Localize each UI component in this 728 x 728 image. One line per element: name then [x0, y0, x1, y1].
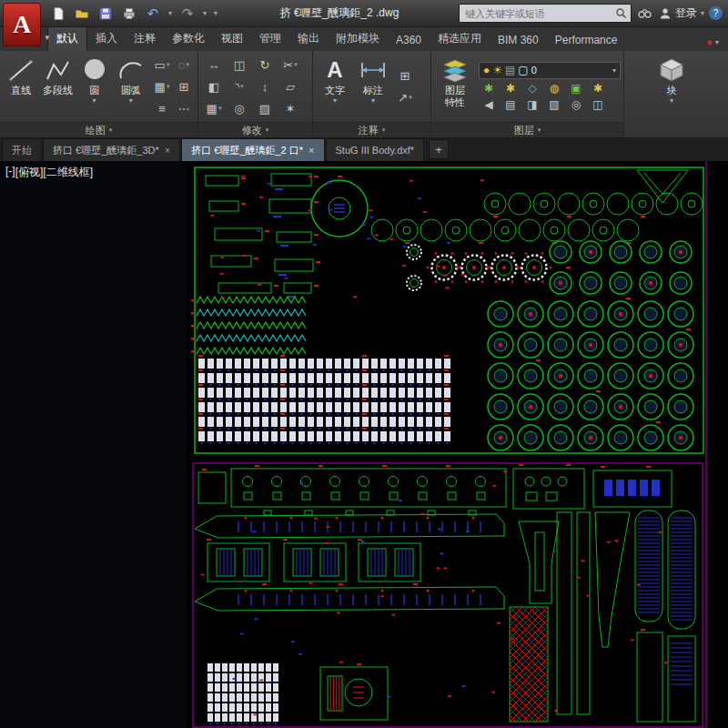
undo-button[interactable]: ↶ — [142, 4, 164, 24]
layers-panel-menu[interactable]: 图层 ▾ — [431, 122, 623, 137]
dimension-tool-button[interactable]: 标注 ▾ — [354, 53, 392, 120]
layer-prev-button[interactable]: ◎ — [568, 97, 584, 112]
trim-tool-button[interactable]: ✂▾ — [278, 54, 303, 76]
file-tab-drawing-2-active[interactable]: 挤口 €喱壁_醺璃鉅_2 口* × — [181, 138, 324, 161]
search-button[interactable] — [612, 5, 631, 22]
layer-copy-button[interactable]: ◫ — [590, 97, 606, 112]
search-input[interactable] — [460, 8, 612, 19]
redo-caret-icon[interactable]: ▾ — [200, 9, 209, 17]
rotate-tool-button[interactable]: ↻ — [252, 54, 278, 76]
layer-match-icon: ✱ — [593, 82, 602, 95]
table-tool-button[interactable]: ⊞ — [394, 65, 416, 86]
help-button[interactable]: ? — [709, 6, 723, 20]
line-tool-button[interactable]: 直线 — [3, 53, 39, 120]
cad-drawing[interactable] — [0, 161, 728, 728]
ribbon-tab-featured-apps[interactable]: 精选应用 — [430, 27, 490, 51]
app-menu-caret-icon: ▾ — [45, 33, 49, 42]
layer-unisolate-icon: ✱ — [506, 82, 515, 95]
scale-tool-button[interactable]: ▱ — [278, 76, 303, 97]
move-tool-button[interactable]: ↔ — [201, 54, 227, 76]
open-file-button[interactable] — [71, 4, 93, 24]
text-tool-button[interactable]: A 文字 ▾ — [316, 53, 354, 120]
layer-lock-button[interactable]: ▣ — [568, 81, 584, 96]
ribbon-tab-view[interactable]: 视图 — [213, 27, 251, 51]
layer-walk-button[interactable]: ◀ — [480, 97, 497, 112]
exchange-apps-button[interactable] — [636, 5, 654, 22]
ribbon-tab-annotate[interactable]: 注释 — [126, 27, 164, 51]
ribbon-tab-bim360[interactable]: BIM 360 — [490, 30, 547, 51]
circle-tool-button[interactable]: 圆 ▾ — [76, 53, 113, 120]
divide-tool-button[interactable]: ≡ — [151, 97, 173, 119]
ellipse-tool-button[interactable]: ◌▾ — [173, 54, 195, 76]
circle-caret-icon: ▾ — [93, 96, 96, 105]
layer-freeze-button[interactable]: ◇ — [524, 81, 541, 96]
plot-button[interactable] — [118, 4, 140, 24]
layer-off-button[interactable]: ◍ — [546, 81, 562, 96]
viewport-view-control[interactable]: [俯视] — [15, 165, 44, 180]
layer-plot-icon: ▤ — [505, 64, 515, 76]
copy-tool-button[interactable]: ◫ — [227, 54, 252, 76]
draw-panel: 直线 多段线 圆 ▾ 圆弧 ▾ ▭▾ ◌▾ — [0, 51, 198, 137]
offset-tool-button[interactable]: ◎ — [227, 97, 252, 119]
ribbon-tab-insert[interactable]: 插入 — [87, 27, 126, 51]
erase-tool-button[interactable]: ▨ — [252, 97, 278, 119]
polyline-tool-button[interactable]: 多段线 — [39, 53, 76, 120]
viewport-visual-style-control[interactable]: [二维线框] — [43, 165, 93, 180]
undo-caret-icon[interactable]: ▾ — [166, 9, 175, 17]
insert-block-button[interactable]: 块 ▾ — [648, 53, 695, 136]
dimension-caret-icon: ▾ — [371, 96, 375, 105]
ribbon-tab-a360[interactable]: A360 — [388, 30, 430, 51]
layer-state-button[interactable]: ▤ — [502, 97, 519, 112]
rectangle-tool-button[interactable]: ▭▾ — [151, 54, 173, 76]
ribbon-tab-home[interactable]: 默认 — [47, 26, 87, 51]
layer-unisolate-button[interactable]: ✱ — [502, 81, 519, 96]
file-tab-drawing-3d[interactable]: 挤口 €喱壁_醺璃鉅_3D* × — [43, 138, 180, 161]
redo-button[interactable]: ↷ — [177, 4, 198, 24]
qat-customize-caret-icon[interactable]: ▾ — [211, 9, 220, 17]
region-tool-button[interactable]: ⊞ — [173, 76, 195, 97]
layer-merge-button[interactable]: ◨ — [524, 97, 541, 112]
draw-panel-body: 直线 多段线 圆 ▾ 圆弧 ▾ ▭▾ ◌▾ — [0, 51, 197, 122]
stretch-tool-button[interactable]: ↕ — [252, 76, 278, 97]
text-icon: A — [327, 56, 342, 85]
mirror-tool-button[interactable]: ◧ — [201, 76, 227, 97]
ribbon-tab-output[interactable]: 输出 — [289, 27, 328, 51]
layer-delete-icon: ▨ — [549, 98, 559, 111]
window-title: 挤 €喱壁_醺璃鉅_2 .dwg — [228, 5, 451, 21]
more-draw-tools-button[interactable]: ⋯ — [173, 97, 195, 119]
modify-panel-menu[interactable]: 修改 ▾ — [198, 122, 312, 137]
array-tool-button[interactable]: ▦▾ — [201, 97, 227, 119]
close-tab-icon[interactable]: × — [165, 145, 170, 156]
new-file-button[interactable] — [47, 4, 69, 24]
arc-tool-button[interactable]: 圆弧 ▾ — [113, 53, 149, 120]
search-box — [459, 4, 632, 23]
draw-panel-menu[interactable]: 绘图 ▾ — [0, 122, 197, 137]
undo-icon: ↶ — [147, 6, 159, 20]
ribbon-tab-performance[interactable]: Performance — [547, 30, 626, 51]
hatch-tool-button[interactable]: ▦▾ — [151, 76, 173, 97]
explode-tool-button[interactable]: ✶ — [278, 97, 303, 119]
new-drawing-tab-button[interactable]: + — [429, 139, 449, 159]
save-button[interactable] — [95, 4, 116, 24]
layer-match-button[interactable]: ✱ — [590, 81, 606, 96]
viewport-menu-control[interactable]: [-] — [5, 165, 15, 180]
layer-select-dropdown[interactable]: ● ☀ ▤ ▢ 0 ▾ — [479, 62, 621, 79]
layer-select-caret-icon: ▾ — [612, 66, 616, 75]
copy-icon: ◫ — [234, 58, 245, 72]
ribbon-tab-parametric[interactable]: 参数化 — [164, 27, 213, 51]
sign-in-button[interactable]: 登录 ▾ — [659, 5, 704, 21]
layer-delete-button[interactable]: ▨ — [546, 97, 562, 112]
fillet-tool-button[interactable]: ◝▾ — [227, 76, 252, 97]
ribbon-tab-addins[interactable]: 附加模块 — [328, 27, 388, 51]
leader-tool-button[interactable]: ↗▾ — [394, 86, 416, 108]
annotation-panel-menu[interactable]: 注释 ▾ — [313, 122, 430, 137]
mirror-icon: ◧ — [208, 80, 219, 94]
performance-record-button[interactable]: ● ▾ — [706, 36, 719, 51]
file-tab-stug-body[interactable]: StuG III Body.dxf* — [326, 138, 425, 161]
layer-isolate-button[interactable]: ✱ — [480, 81, 497, 96]
layer-properties-button[interactable]: 图层 特性 — [434, 53, 476, 120]
ribbon-tab-manage[interactable]: 管理 — [251, 27, 289, 51]
close-tab-icon[interactable]: × — [308, 145, 314, 156]
application-menu-button[interactable]: A ▾ — [3, 3, 41, 46]
file-tab-start[interactable]: 开始 — [2, 138, 42, 161]
